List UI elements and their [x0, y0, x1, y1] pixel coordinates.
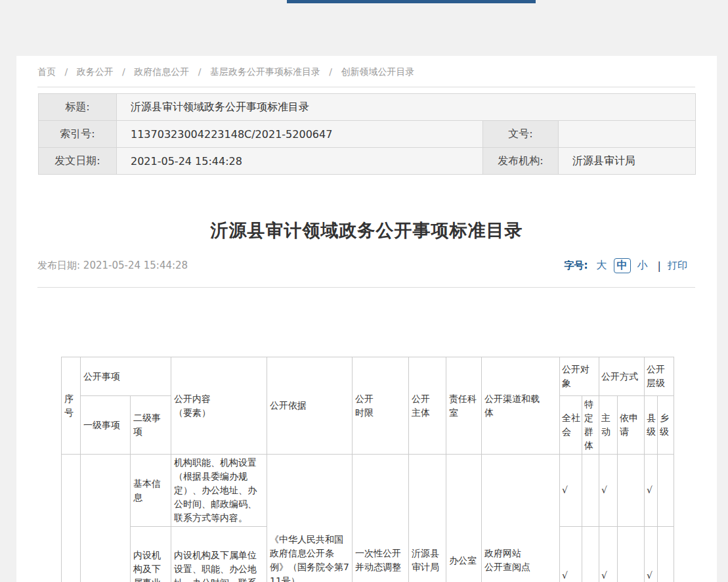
breadcrumb-separator: / [122, 66, 125, 77]
cell-basis: 《中华人民共和国政府信息公开条例》（国务院令第711号） [267, 455, 353, 582]
cell-checkmark-method-active: √ [599, 527, 618, 582]
header-subject: 公开 主体 [409, 357, 446, 455]
header-level-township: 乡级 [658, 396, 674, 455]
cell-method-on-request [618, 455, 645, 527]
header-department: 责任科室 [446, 357, 482, 455]
doc-title-value: 沂源县审计领域政务公开事项标准目录 [117, 94, 696, 121]
breadcrumb-divider [37, 87, 695, 87]
cell-department: 办公室 [446, 455, 482, 582]
header-level-county: 县级 [645, 396, 658, 455]
breadcrumb-separator: / [198, 66, 202, 77]
font-size-small-button[interactable]: 小 [637, 259, 648, 273]
doc-issue-date-value: 2021-05-24 15:44:28 [117, 148, 483, 175]
top-nav-underline [287, 0, 536, 3]
article-title: 沂源县审计领域政务公开事项标准目录 [16, 219, 717, 242]
cell-level2-item: 基本信息 [131, 455, 171, 527]
header-channels: 公开渠道和载 体 [482, 357, 560, 455]
cell-channels: 政府网站 公开查阅点 [482, 455, 560, 582]
cell-content: 机构职能、机构设置（根据县委编办规定）、办公地址、办公时间、邮政编码、联系方式等… [171, 455, 267, 527]
toolbar-separator: | [658, 259, 661, 272]
print-button[interactable]: 打印 [668, 259, 687, 272]
header-method-active: 主动 [599, 396, 618, 455]
doc-index-value: 11370323004223148C/2021-5200647 [117, 121, 483, 148]
header-level: 公开 层级 [645, 357, 674, 396]
breadcrumb-government-info[interactable]: 政府信息公开 [134, 66, 189, 77]
catalog-table: 序号 公开事项 公开内容 （要素） 公开依据 公开 时限 公开 主体 责任科室 … [61, 357, 674, 582]
publish-date-value: 2021-05-24 15:44:28 [83, 259, 188, 271]
article-meta-row: 发布日期: 2021-05-24 15:44:28 字号: 大 中 小 | 打印 [37, 258, 695, 274]
font-size-medium-button[interactable]: 中 [614, 258, 631, 273]
doc-number-label: 文号: [483, 121, 559, 148]
meta-divider [37, 287, 695, 288]
cell-subject: 沂源县审计局 [409, 455, 446, 582]
cell-checkmark-level-county: √ [645, 455, 658, 527]
font-size-label: 字号: [565, 259, 588, 272]
cell-checkmark-level-county: √ [645, 527, 658, 582]
cell-checkmark-audience-public: √ [560, 455, 582, 527]
breadcrumb-zhengwugongkai[interactable]: 政务公开 [77, 66, 114, 77]
cell-serial [62, 455, 81, 582]
header-basis: 公开依据 [267, 357, 353, 455]
cell-level-township [658, 527, 674, 582]
header-level1-item: 一级事项 [81, 396, 131, 455]
cell-audience-specific [582, 527, 599, 582]
breadcrumb: 首页 / 政务公开 / 政府信息公开 / 基层政务公开事项标准目录 / 创新领域… [37, 61, 415, 82]
header-level2-item: 二级事项 [131, 396, 171, 455]
cell-level-township [658, 455, 674, 527]
cell-level1-item [81, 455, 131, 582]
breadcrumb-current-page[interactable]: 创新领域公开目录 [341, 66, 415, 77]
breadcrumb-home[interactable]: 首页 [37, 66, 56, 77]
header-serial: 序号 [62, 357, 81, 455]
doc-title-label: 标题: [39, 94, 117, 121]
header-method: 公开方式 [599, 357, 645, 396]
doc-agency-label: 发布机构: [483, 148, 559, 175]
article-toolbar: 字号: 大 中 小 | 打印 [565, 258, 687, 273]
cell-checkmark-audience-public: √ [560, 527, 582, 582]
cell-time-limit: 一次性公开并动态调整 [353, 455, 409, 582]
header-audience-public: 全社会 [560, 396, 582, 455]
breadcrumb-separator: / [64, 66, 68, 77]
breadcrumb-standard-catalog[interactable]: 基层政务公开事项标准目录 [210, 66, 320, 77]
doc-number-value [559, 121, 696, 148]
header-method-on-request: 依申请 [618, 396, 645, 455]
doc-agency-value: 沂源县审计局 [559, 148, 696, 175]
cell-method-on-request [618, 527, 645, 582]
content-card: 首页 / 政务公开 / 政府信息公开 / 基层政务公开事项标准目录 / 创新领域… [16, 56, 717, 582]
header-audience: 公开对 象 [560, 357, 599, 396]
doc-index-label: 索引号: [39, 121, 117, 148]
document-info-table: 标题: 沂源县审计领域政务公开事项标准目录 索引号: 1137032300422… [38, 93, 696, 175]
header-content: 公开内容 （要素） [171, 357, 267, 455]
cell-checkmark-method-active: √ [599, 455, 618, 527]
cell-level2-item: 内设机构及下属事业单位 [131, 527, 171, 582]
font-size-large-button[interactable]: 大 [597, 259, 607, 273]
publish-date: 发布日期: 2021-05-24 15:44:28 [37, 259, 188, 272]
publish-date-label: 发布日期: [37, 259, 80, 271]
cell-content: 内设机构及下属单位设置、职能、办公地址、办公时间、联系方式、负责人姓名 [171, 527, 267, 582]
header-time-limit: 公开 时限 [353, 357, 409, 455]
doc-issue-date-label: 发文日期: [39, 148, 117, 175]
breadcrumb-separator: / [329, 66, 332, 77]
header-disclosure-item: 公开事项 [81, 357, 171, 396]
cell-audience-specific [582, 455, 599, 527]
catalog-table-container: 序号 公开事项 公开内容 （要素） 公开依据 公开 时限 公开 主体 责任科室 … [61, 357, 674, 582]
header-audience-specific: 特定群体 [582, 396, 599, 455]
